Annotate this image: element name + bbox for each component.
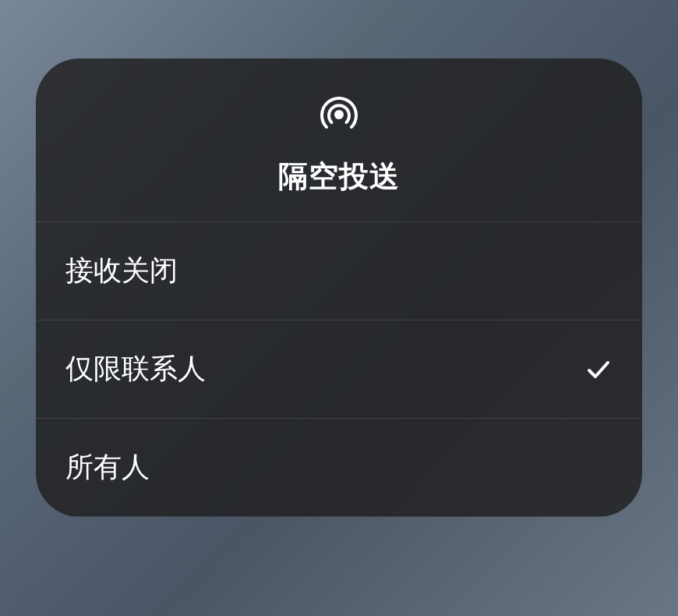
option-label: 接收关闭 [65, 252, 178, 290]
panel-header: 隔空投送 [36, 58, 642, 222]
svg-point-0 [334, 110, 344, 119]
option-contacts-only[interactable]: 仅限联系人 [36, 320, 642, 419]
option-everyone[interactable]: 所有人 [36, 419, 642, 517]
checkmark-icon [584, 356, 613, 384]
option-label: 仅限联系人 [65, 350, 206, 388]
panel-title: 隔空投送 [278, 157, 400, 196]
airdrop-icon [314, 90, 364, 140]
option-label: 所有人 [65, 448, 150, 487]
airdrop-settings-panel: 隔空投送 接收关闭 仅限联系人 所有人 [36, 58, 642, 517]
options-list: 接收关闭 仅限联系人 所有人 [36, 222, 642, 517]
option-receiving-off[interactable]: 接收关闭 [36, 222, 642, 320]
